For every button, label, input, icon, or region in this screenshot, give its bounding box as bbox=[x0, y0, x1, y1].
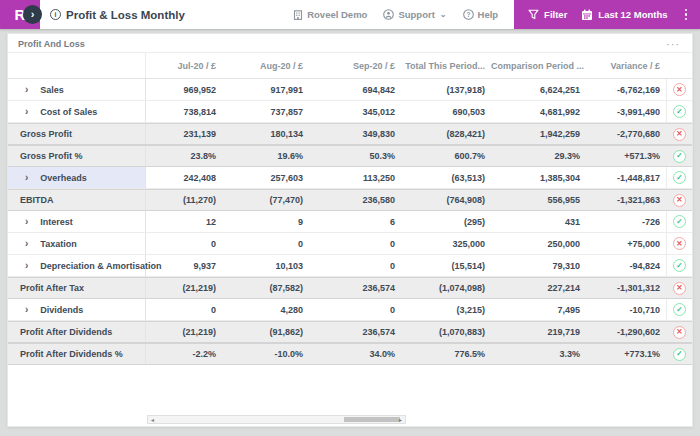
card-title: Profit And Loss bbox=[18, 39, 85, 49]
table-row: Profit After Dividends (21,219) (91,862)… bbox=[8, 321, 692, 343]
status-cell: ✕ bbox=[666, 79, 692, 100]
row-label-cell: EBITDA bbox=[8, 190, 146, 210]
status-cell: ✓ bbox=[666, 101, 692, 122]
cell-value: 231,139 bbox=[146, 129, 222, 139]
cell-value: 29.3% bbox=[491, 151, 586, 161]
column-header[interactable]: Aug-20 / £ bbox=[222, 61, 309, 71]
period-selector-button[interactable]: Last 12 Months bbox=[581, 9, 667, 21]
scrollbar-thumb[interactable] bbox=[344, 417, 400, 422]
support-menu-item[interactable]: Support ⌄ bbox=[383, 9, 446, 20]
cell-value: 236,574 bbox=[309, 327, 401, 337]
status-pass-icon: ✓ bbox=[673, 259, 686, 272]
cell-value: -2,770,680 bbox=[586, 129, 666, 139]
row-label-cell: Gross Profit % bbox=[8, 146, 146, 166]
period-label: Last 12 Months bbox=[598, 9, 667, 20]
cell-value: (137,918) bbox=[401, 85, 491, 95]
column-header[interactable]: Jul-20 / £ bbox=[146, 61, 222, 71]
status-cell: ✓ bbox=[666, 146, 692, 166]
expand-chevron-icon[interactable]: › bbox=[25, 85, 28, 95]
column-header[interactable]: Comparison Period ... bbox=[491, 61, 586, 71]
row-label: Sales bbox=[40, 85, 64, 95]
svg-text:?: ? bbox=[466, 11, 470, 18]
table-row: Gross Profit 231,139 180,134 349,830 (82… bbox=[8, 123, 692, 145]
horizontal-scrollbar[interactable]: ◄ ► bbox=[147, 415, 406, 424]
cell-value: 6,624,251 bbox=[491, 85, 586, 95]
cell-value: 6 bbox=[309, 217, 401, 227]
org-menu-item[interactable]: Roveel Demo bbox=[293, 9, 367, 20]
cell-value: (21,219) bbox=[146, 327, 222, 337]
row-label: Profit After Tax bbox=[20, 283, 84, 293]
filter-button[interactable]: Filter bbox=[528, 9, 567, 20]
cell-value: 9,937 bbox=[146, 261, 222, 271]
cell-value: +75,000 bbox=[586, 239, 666, 249]
table-row: EBITDA (11,270) (77,470) 236,580 (764,90… bbox=[8, 189, 692, 211]
column-header[interactable]: Total This Period... bbox=[401, 61, 491, 71]
row-label-cell: Profit After Dividends % bbox=[8, 344, 146, 364]
table-row: › Depreciation & Amortisation 9,937 10,1… bbox=[8, 255, 692, 277]
cell-value: +571.3% bbox=[586, 151, 666, 161]
appbar-menu: Roveel Demo Support ⌄ ? Help Filter bbox=[293, 0, 700, 29]
cell-value: 180,134 bbox=[222, 129, 309, 139]
status-pass-icon: ✓ bbox=[673, 303, 686, 316]
status-cell: ✓ bbox=[666, 299, 692, 320]
cell-value: 0 bbox=[309, 239, 401, 249]
help-label: Help bbox=[478, 9, 499, 20]
column-header[interactable]: Variance / £ bbox=[586, 61, 666, 71]
table-body: › Sales 969,952 917,991 694,842 (137,918… bbox=[8, 79, 692, 365]
row-label-cell: Profit After Tax bbox=[8, 278, 146, 298]
status-pass-icon: ✓ bbox=[673, 348, 686, 361]
page-content: Profit And Loss ··· Jul-20 / £ Aug-20 / … bbox=[0, 29, 700, 427]
kebab-menu-icon[interactable] bbox=[682, 7, 691, 23]
cell-value: 250,000 bbox=[491, 239, 586, 249]
cell-value: 3.3% bbox=[491, 349, 586, 359]
row-label-cell[interactable]: › Overheads bbox=[8, 167, 146, 188]
support-label: Support bbox=[398, 9, 434, 20]
table-row: › Taxation 0 0 0 325,000 250,000 +75,000… bbox=[8, 233, 692, 255]
cell-value: 34.0% bbox=[309, 349, 401, 359]
cell-value: 257,603 bbox=[222, 173, 309, 183]
row-label-cell[interactable]: › Depreciation & Amortisation bbox=[8, 255, 146, 276]
status-cell: ✕ bbox=[666, 233, 692, 254]
status-cell: ✕ bbox=[666, 322, 692, 342]
expand-chevron-icon[interactable]: › bbox=[25, 305, 28, 315]
cell-value: 738,814 bbox=[146, 107, 222, 117]
expand-chevron-icon[interactable]: › bbox=[25, 261, 28, 271]
row-label: Profit After Dividends % bbox=[20, 349, 123, 359]
cell-value: -1,321,863 bbox=[586, 195, 666, 205]
column-header[interactable]: Sep-20 / £ bbox=[309, 61, 401, 71]
row-label-cell[interactable]: › Interest bbox=[8, 211, 146, 232]
cell-value: 219,719 bbox=[491, 327, 586, 337]
user-circle-icon bbox=[383, 9, 394, 20]
cell-value: 0 bbox=[146, 305, 222, 315]
status-fail-icon: ✕ bbox=[673, 282, 686, 295]
scroll-right-arrow[interactable]: ► bbox=[396, 416, 405, 423]
cell-value: (21,219) bbox=[146, 283, 222, 293]
row-label-cell[interactable]: › Taxation bbox=[8, 233, 146, 254]
expand-chevron-icon[interactable]: › bbox=[25, 107, 28, 117]
row-label: Interest bbox=[40, 217, 73, 227]
expand-chevron-icon[interactable]: › bbox=[25, 173, 28, 183]
expand-chevron-icon[interactable]: › bbox=[25, 217, 28, 227]
cell-value: -10.0% bbox=[222, 349, 309, 359]
more-menu-icon[interactable]: ··· bbox=[664, 41, 682, 47]
cell-value: -2.2% bbox=[146, 349, 222, 359]
row-label-cell[interactable]: › Cost of Sales bbox=[8, 101, 146, 122]
scroll-left-arrow[interactable]: ◄ bbox=[148, 416, 157, 423]
cell-value: 113,250 bbox=[309, 173, 401, 183]
cell-value: 0 bbox=[309, 261, 401, 271]
expand-chevron-icon[interactable]: › bbox=[25, 239, 28, 249]
cell-value: 4,681,992 bbox=[491, 107, 586, 117]
status-cell: ✕ bbox=[666, 278, 692, 298]
cell-value: (828,421) bbox=[401, 129, 491, 139]
row-label: Taxation bbox=[40, 239, 76, 249]
help-icon: ? bbox=[463, 9, 474, 20]
row-label-cell[interactable]: › Dividends bbox=[8, 299, 146, 320]
sidebar-toggle-button[interactable]: › bbox=[23, 5, 42, 24]
cell-value: 325,000 bbox=[401, 239, 491, 249]
row-label-cell[interactable]: › Sales bbox=[8, 79, 146, 100]
report-card: Profit And Loss ··· Jul-20 / £ Aug-20 / … bbox=[7, 33, 693, 427]
info-icon[interactable]: i bbox=[50, 9, 61, 20]
cell-value: 1,942,259 bbox=[491, 129, 586, 139]
help-menu-item[interactable]: ? Help bbox=[463, 9, 499, 20]
table-row: Profit After Dividends % -2.2% -10.0% 34… bbox=[8, 343, 692, 365]
